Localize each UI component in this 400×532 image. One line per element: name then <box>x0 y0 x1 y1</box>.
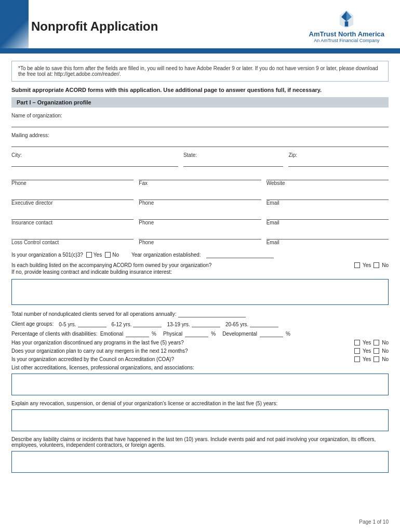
discontinued-yes-cb[interactable] <box>354 340 360 345</box>
exec-dir-group: Executive director <box>11 192 134 206</box>
other-accred-label: List other accreditations, licenses, pro… <box>11 365 194 370</box>
building-q-text: Is each building listed on the accompany… <box>11 262 211 268</box>
pct-disabilities-label: Percentage of clients with disabilities: <box>11 331 98 337</box>
mailing-address-row: Mailing address: <box>11 132 389 147</box>
other-accred-label-row: List other accreditations, licenses, pro… <box>11 365 389 370</box>
exec-dir-label: Executive director <box>11 200 134 206</box>
mailing-address-group: Mailing address: <box>11 132 389 147</box>
ins-phone-label: Phone <box>139 220 261 225</box>
age-13-19-input[interactable] <box>192 320 220 327</box>
loss-phone-label: Phone <box>139 240 261 245</box>
yes-checkbox[interactable] <box>86 252 92 258</box>
fax-input[interactable] <box>139 172 261 180</box>
org-name-input[interactable] <box>11 119 389 127</box>
ins-email-input[interactable] <box>266 211 389 220</box>
exec-phone-group: Phone <box>139 192 261 206</box>
exec-phone-input[interactable] <box>139 192 261 200</box>
header-blue-bar <box>0 50 400 54</box>
mergers-no-label: No <box>382 348 389 354</box>
building-yes-checkbox[interactable] <box>354 262 360 268</box>
accredited-yes-cb[interactable] <box>354 356 360 362</box>
website-input[interactable] <box>266 172 389 180</box>
mergers-no-cb[interactable] <box>374 348 379 354</box>
building-q2-text: If no, provide leasing contract and indi… <box>11 269 172 275</box>
exec-phone-label: Phone <box>139 200 261 206</box>
age-20-65-label: 20-65 yrs. <box>225 322 248 327</box>
zip-input[interactable] <box>288 158 389 167</box>
loss-email-input[interactable] <box>266 231 389 240</box>
mergers-yes-cb[interactable] <box>354 348 360 354</box>
client-age-label: Client age groups: <box>11 321 54 327</box>
age-0-5-label: 0-5 yrs. <box>59 322 76 327</box>
liability-textarea[interactable] <box>11 451 389 473</box>
ins-contact-group: Insurance contact <box>11 211 134 226</box>
mailing-address-input[interactable] <box>11 139 389 147</box>
exec-dir-input[interactable] <box>11 192 134 200</box>
notice-box: *To be able to save this form after the … <box>11 61 389 82</box>
physical-input[interactable] <box>185 330 208 337</box>
year-est-input[interactable] <box>206 251 274 258</box>
discontinued-no-cb[interactable] <box>374 340 379 345</box>
notice-text: *To be able to save this form after the … <box>18 65 378 77</box>
age-0-5-group: 0-5 yrs. <box>59 320 106 327</box>
emotional-input[interactable] <box>126 330 149 337</box>
loss-email-group: Email <box>266 231 389 246</box>
state-input[interactable] <box>183 158 284 167</box>
age-20-65-input[interactable] <box>250 320 278 327</box>
exec-email-input[interactable] <box>266 192 389 200</box>
other-accred-textarea[interactable] <box>11 374 389 395</box>
mergers-yes-label: Yes <box>363 348 371 354</box>
website-group: Website <box>266 172 389 187</box>
form-body: Name of organization: Mailing address: C… <box>11 113 389 478</box>
loss-ctrl-input[interactable] <box>11 231 134 240</box>
liability-label: Describe any liability claims or inciden… <box>11 436 376 448</box>
logo-sub: An AmTrust Financial Company <box>314 38 379 43</box>
age-0-5-input[interactable] <box>78 320 106 327</box>
page-number: Page 1 of 10 <box>359 519 389 525</box>
revocation-label-row: Explain any revocation, suspension, or d… <box>11 401 389 406</box>
city-state-zip-row: City: State: Zip: <box>11 152 389 167</box>
pct-label-2: % <box>211 331 216 337</box>
loss-ctrl-group: Loss Control contact <box>11 231 134 246</box>
phone-group: Phone <box>11 172 134 187</box>
yes-checkbox-item: Yes <box>86 252 102 258</box>
org-name-label: Name of organization: <box>11 113 389 118</box>
age-6-12-label: 6-12 yrs. <box>112 322 132 327</box>
pct-label-1: % <box>152 331 156 337</box>
page-title: Nonprofit Application <box>31 19 158 34</box>
accredited-no-label: No <box>382 356 389 362</box>
mergers-yn: Yes No <box>354 348 389 354</box>
phone-input[interactable] <box>11 172 134 180</box>
org-name-group: Name of organization: <box>11 113 389 127</box>
accredited-yes-label: Yes <box>363 356 371 362</box>
total-clients-input[interactable] <box>178 310 246 317</box>
accredited-no-cb[interactable] <box>374 356 379 362</box>
revocation-textarea[interactable] <box>11 409 389 431</box>
age-6-12-group: 6-12 yrs. <box>112 320 162 327</box>
fax-group: Fax <box>139 172 261 187</box>
ins-phone-input[interactable] <box>139 211 261 220</box>
age-13-19-label: 13-19 yrs. <box>167 322 190 327</box>
city-label: City: <box>11 152 178 158</box>
loss-ctrl-row: Loss Control contact Phone Email <box>11 231 389 246</box>
exec-dir-row: Executive director Phone Email <box>11 192 389 206</box>
building-no-checkbox[interactable] <box>374 262 379 268</box>
zip-group: Zip: <box>288 152 389 167</box>
logo-area: AmTrust North America An AmTrust Financi… <box>309 9 384 43</box>
age-6-12-input[interactable] <box>133 320 162 327</box>
ins-email-label: Email <box>266 220 389 225</box>
ins-email-group: Email <box>266 211 389 226</box>
no-checkbox[interactable] <box>105 252 111 258</box>
building-yes-label: Yes <box>363 262 371 268</box>
building-textarea[interactable] <box>11 279 389 305</box>
developmental-input[interactable] <box>260 330 283 337</box>
ins-contact-input[interactable] <box>11 211 134 220</box>
discontinued-row: Has your organization discontinued any p… <box>11 340 389 345</box>
amtrust-logo-icon <box>337 9 356 29</box>
page-footer: Page 1 of 10 <box>359 519 389 525</box>
501c3-row: Is your organization a 501(c)3? Yes No Y… <box>11 251 389 258</box>
part1-header: Part I – Organization profile <box>11 97 389 108</box>
city-input[interactable] <box>11 158 178 167</box>
year-est-label: Year organization established: <box>131 252 201 258</box>
loss-phone-input[interactable] <box>139 231 261 240</box>
